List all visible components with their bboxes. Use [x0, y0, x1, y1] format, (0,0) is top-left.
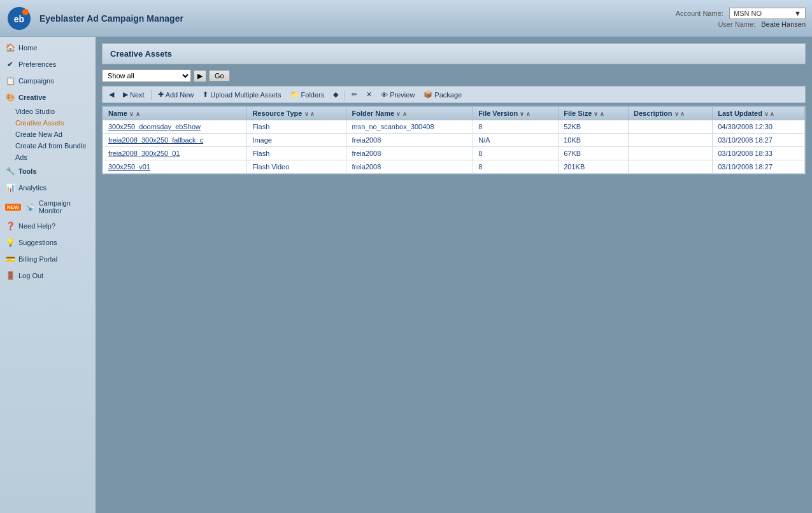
account-name-label: Account Name: [676, 10, 723, 17]
col-header-name[interactable]: Name ∨ ∧ [103, 107, 247, 120]
col-header-folder-name[interactable]: Folder Name ∨ ∧ [346, 107, 473, 120]
new-badge: NEW [5, 204, 21, 211]
prev-button[interactable]: ◀ [105, 88, 118, 101]
sidebar-item-creative[interactable]: 🎨 Creative [0, 89, 96, 106]
sort-file-version[interactable]: ∨ ∧ [520, 111, 531, 117]
cell-file_version: 8 [473, 160, 559, 174]
folders-label: Folders [301, 91, 325, 99]
cell-description [629, 160, 713, 174]
app-title: Eyeblaster Ad Campaign Manager [39, 13, 183, 24]
diamond-icon: ◆ [333, 90, 338, 99]
cell-resource_type: Flash [247, 147, 346, 160]
go-button[interactable]: Go [209, 70, 230, 81]
upload-icon: ⬆ [203, 90, 208, 99]
delete-button[interactable]: ✕ [362, 88, 376, 101]
folder-icon: 📁 [290, 90, 299, 99]
sort-folder-name[interactable]: ∨ ∧ [396, 111, 407, 117]
sidebar-item-preferences[interactable]: ✔ Preferences [0, 56, 96, 73]
preview-icon: 👁 [381, 91, 388, 99]
sort-file-size[interactable]: ∨ ∧ [594, 111, 604, 117]
folders-button[interactable]: 📁 Folders [287, 88, 329, 101]
sidebar-label-need-help: Need Help? [18, 222, 55, 230]
sidebar-item-campaigns[interactable]: 📋 Campaigns [0, 73, 96, 89]
cell-name[interactable]: 300x250_doomsday_ebShow [103, 120, 247, 134]
col-header-last-updated[interactable]: Last Updated ∨ ∧ [713, 107, 805, 120]
next-label: Next [130, 91, 145, 99]
col-header-resource-type[interactable]: Resource Type ∨ ∧ [247, 107, 346, 120]
logo-area: eb Eyeblaster Ad Campaign Manager [6, 6, 183, 31]
assets-table: Name ∨ ∧ Resource Type ∨ ∧ Folder Name ∨… [103, 106, 805, 174]
sidebar-item-billing-portal[interactable]: 💳 Billing Portal [0, 251, 96, 267]
logout-icon: 🚪 [5, 271, 15, 281]
sidebar-item-log-out[interactable]: 🚪 Log Out [0, 267, 96, 284]
upload-multiple-label: Upload Multiple Assets [210, 91, 281, 99]
package-label: Package [434, 91, 462, 99]
sidebar-label-tools: Tools [18, 167, 37, 175]
table-row[interactable]: 300x250_doomsday_ebShowFlashmsn_no_scanb… [103, 120, 805, 134]
cell-file_size: 10KB [559, 134, 629, 147]
billing-icon: 💳 [5, 254, 15, 264]
toolbar: ◀ ▶ Next ✚ Add New ⬆ Upload Multiple Ass… [102, 86, 806, 103]
sidebar-item-video-studio[interactable]: Video Studio [0, 106, 96, 117]
sidebar-item-create-new-ad[interactable]: Create New Ad [0, 129, 96, 140]
sidebar-item-campaign-monitor[interactable]: NEW 📡 Campaign Monitor [0, 196, 96, 218]
cell-name[interactable]: freia2008_300x250_fallback_c [103, 134, 247, 147]
show-all-dropdown[interactable]: Show all [102, 69, 191, 82]
next-button[interactable]: ▶ Next [119, 88, 148, 101]
table-body: 300x250_doomsday_ebShowFlashmsn_no_scanb… [103, 120, 805, 174]
cell-last_updated: 03/10/2008 18:27 [713, 134, 805, 147]
preview-label: Preview [390, 91, 415, 99]
cell-name[interactable]: 300x250_v01 [103, 160, 247, 174]
svg-text:eb: eb [14, 14, 24, 24]
play-button[interactable]: ▶ [194, 70, 206, 82]
cell-last_updated: 03/10/2008 18:33 [713, 147, 805, 160]
upload-multiple-button[interactable]: ⬆ Upload Multiple Assets [199, 88, 285, 101]
sort-name[interactable]: ∨ ∧ [129, 111, 140, 117]
sidebar-item-creative-assets[interactable]: Creative Assets [0, 117, 96, 129]
preview-button[interactable]: 👁 Preview [377, 89, 418, 101]
sidebar-item-ads[interactable]: Ads [0, 151, 96, 163]
account-name-value: MSN NO [734, 10, 762, 17]
need-help-icon: ❓ [5, 221, 15, 231]
sidebar-item-analytics[interactable]: 📊 Analytics [0, 179, 96, 196]
table-row[interactable]: freia2008_300x250_fallback_cImagefreia20… [103, 134, 805, 147]
diamond-button[interactable]: ◆ [329, 88, 342, 101]
cell-resource_type: Flash Video [247, 160, 346, 174]
suggestions-icon: 💡 [5, 237, 15, 248]
toolbar-sep-1 [151, 90, 152, 100]
cell-file_size: 52KB [559, 120, 629, 134]
col-header-file-size[interactable]: File Size ∨ ∧ [559, 107, 629, 120]
sort-resource-type[interactable]: ∨ ∧ [304, 111, 315, 117]
cell-folder_name: freia2008 [346, 160, 473, 174]
sidebar-label-creative: Creative [18, 94, 46, 101]
sort-last-updated[interactable]: ∨ ∧ [764, 111, 775, 117]
col-header-file-version[interactable]: File Version ∨ ∧ [473, 107, 559, 120]
table-row[interactable]: freia2008_300x250_01Flashfreia2008867KB0… [103, 147, 805, 160]
sidebar-item-need-help[interactable]: ❓ Need Help? [0, 218, 96, 234]
cell-description [629, 147, 713, 160]
analytics-icon: 📊 [5, 183, 15, 193]
sidebar-label-creative-assets: Creative Assets [15, 119, 64, 127]
cell-file_size: 67KB [559, 147, 629, 160]
edit-button[interactable]: ✏ [348, 88, 361, 101]
table-row[interactable]: 300x250_v01Flash Videofreia20088201KB03/… [103, 160, 805, 174]
page-title: Creative Assets [102, 43, 806, 64]
tools-icon: 🔧 [5, 166, 15, 176]
sidebar-item-suggestions[interactable]: 💡 Suggestions [0, 234, 96, 251]
col-header-description[interactable]: Description ∨ ∧ [629, 107, 713, 120]
sidebar-label-video-studio: Video Studio [15, 108, 55, 115]
cell-name[interactable]: freia2008_300x250_01 [103, 147, 247, 160]
sidebar-item-home[interactable]: 🏠 Home [0, 39, 96, 56]
cell-resource_type: Flash [247, 120, 346, 134]
package-button[interactable]: 📦 Package [420, 88, 466, 101]
add-new-button[interactable]: ✚ Add New [154, 88, 198, 101]
account-dropdown[interactable]: MSN NO ▼ [729, 8, 806, 19]
account-info: Account Name: MSN NO ▼ User Name: Beate … [676, 8, 806, 29]
sidebar-item-create-ad-bundle[interactable]: Create Ad from Bundle [0, 140, 96, 151]
sort-description[interactable]: ∨ ∧ [674, 111, 685, 117]
sidebar-item-tools[interactable]: 🔧 Tools [0, 163, 96, 179]
cell-description [629, 120, 713, 134]
toolbar-sep-2 [345, 90, 345, 100]
prev-icon: ◀ [109, 90, 114, 99]
cell-last_updated: 03/10/2008 18:27 [713, 160, 805, 174]
